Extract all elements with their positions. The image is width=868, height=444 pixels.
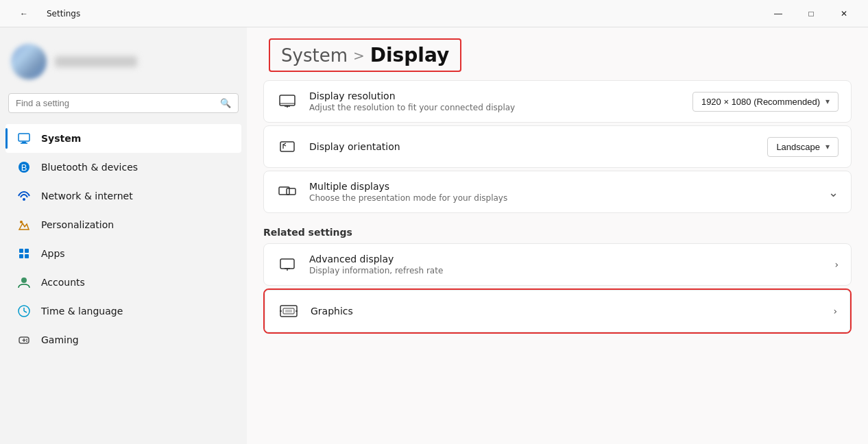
setting-row-graphics[interactable]: Graphics › [265, 290, 850, 332]
setting-info-multiple: Multiple displays Choose the presentatio… [309, 181, 817, 203]
advanced-display-icon [276, 254, 298, 275]
window-controls: — □ ✕ [762, 3, 860, 25]
close-button[interactable]: ✕ [828, 3, 860, 25]
setting-row-resolution[interactable]: Display resolution Adjust the resolution… [263, 80, 852, 123]
sidebar-item-apps[interactable]: Apps [5, 239, 241, 268]
svg-rect-32 [285, 310, 292, 312]
chevron-down-icon: ▾ [825, 142, 830, 151]
svg-rect-24 [280, 142, 294, 151]
chevron-down-icon: ▾ [825, 97, 830, 106]
setting-control-orientation[interactable]: Landscape ▾ [767, 137, 839, 157]
expand-icon: ⌄ [828, 185, 839, 199]
orientation-dropdown[interactable]: Landscape ▾ [767, 137, 839, 157]
svg-rect-27 [280, 259, 294, 269]
setting-info-resolution: Display resolution Adjust the resolution… [309, 90, 682, 112]
accounts-icon [16, 275, 32, 290]
chevron-right-icon: › [833, 306, 837, 317]
sidebar-item-network[interactable]: Network & internet [5, 182, 241, 210]
sidebar-label-accounts: Accounts [41, 277, 85, 288]
svg-rect-0 [19, 134, 29, 141]
sidebar-label-personalization: Personalization [41, 219, 114, 230]
svg-text:B: B [21, 162, 27, 173]
graphics-highlighted-box: Graphics › [263, 288, 852, 334]
svg-point-5 [23, 198, 25, 201]
setting-info-orientation: Display orientation [309, 141, 756, 152]
content-header: System > Display [247, 27, 868, 80]
setting-subtitle-resolution: Adjust the resolution to fit your connec… [309, 103, 682, 112]
breadcrumb: System > Display [269, 38, 461, 72]
search-box[interactable]: 🔍 [8, 93, 239, 113]
svg-rect-9 [19, 254, 23, 258]
sidebar-item-gaming[interactable]: Gaming [5, 325, 241, 354]
setting-row-advanced[interactable]: Advanced display Display information, re… [263, 243, 852, 286]
setting-title-resolution: Display resolution [309, 90, 682, 101]
setting-title-graphics: Graphics [311, 306, 822, 317]
sidebar-label-gaming: Gaming [41, 334, 79, 345]
svg-point-18 [26, 339, 27, 341]
app-title: Settings [47, 9, 80, 18]
resolution-value: 1920 × 1080 (Recommended) [701, 97, 820, 107]
sidebar-item-system[interactable]: System [5, 124, 241, 153]
svg-point-6 [20, 221, 23, 223]
svg-rect-7 [19, 249, 23, 253]
svg-point-19 [26, 341, 27, 342]
orientation-value: Landscape [776, 142, 820, 152]
setting-title-multiple: Multiple displays [309, 181, 817, 192]
sidebar-item-time[interactable]: Time & language [5, 297, 241, 325]
search-icon: 🔍 [220, 98, 231, 108]
sidebar-item-accounts[interactable]: Accounts [5, 268, 241, 297]
setting-control-resolution[interactable]: 1920 × 1080 (Recommended) ▾ [692, 92, 839, 112]
multiple-displays-icon [276, 181, 298, 203]
personalization-icon [16, 217, 32, 232]
setting-info-advanced: Advanced display Display information, re… [309, 254, 823, 275]
setting-title-orientation: Display orientation [309, 141, 756, 152]
sidebar: 🔍 System B Bluetooth & devices [0, 27, 247, 444]
chevron-right-icon: › [834, 259, 839, 270]
network-icon [16, 188, 32, 204]
content-area: System > Display Display resolution [247, 27, 868, 444]
setting-subtitle-advanced: Display information, refresh rate [309, 266, 823, 275]
resolution-icon [276, 90, 298, 112]
sidebar-label-apps: Apps [41, 248, 65, 259]
svg-rect-26 [287, 188, 296, 195]
setting-control-multiple[interactable]: ⌄ [828, 185, 839, 199]
svg-rect-8 [25, 249, 29, 253]
bluetooth-icon: B [16, 160, 32, 175]
setting-control-advanced: › [834, 259, 839, 270]
svg-line-14 [24, 311, 27, 312]
back-button[interactable]: ← [8, 3, 40, 25]
system-icon [16, 131, 32, 146]
settings-list: Display resolution Adjust the resolution… [247, 80, 868, 334]
apps-icon [16, 246, 32, 261]
sidebar-item-bluetooth[interactable]: B Bluetooth & devices [5, 153, 241, 182]
svg-point-11 [21, 278, 27, 283]
svg-rect-10 [25, 254, 29, 258]
resolution-dropdown[interactable]: 1920 × 1080 (Recommended) ▾ [692, 92, 839, 112]
sidebar-profile [0, 38, 247, 93]
setting-info-graphics: Graphics [311, 306, 822, 317]
graphics-icon [278, 300, 300, 322]
search-input[interactable] [16, 98, 215, 108]
sidebar-label-bluetooth: Bluetooth & devices [41, 162, 138, 173]
minimize-button[interactable]: — [762, 3, 794, 25]
avatar [11, 44, 47, 79]
orientation-icon [276, 136, 298, 158]
sidebar-label-network: Network & internet [41, 190, 133, 201]
setting-title-advanced: Advanced display [309, 254, 823, 264]
setting-row-multiple[interactable]: Multiple displays Choose the presentatio… [263, 171, 852, 213]
setting-row-orientation[interactable]: Display orientation Landscape ▾ [263, 125, 852, 168]
breadcrumb-system: System [281, 45, 348, 66]
breadcrumb-separator: > [353, 47, 365, 64]
sidebar-label-time: Time & language [41, 306, 123, 317]
svg-rect-20 [280, 95, 295, 106]
sidebar-item-personalization[interactable]: Personalization [5, 210, 241, 239]
app-body: 🔍 System B Bluetooth & devices [0, 27, 868, 444]
maximize-button[interactable]: □ [795, 3, 827, 25]
breadcrumb-page: Display [370, 44, 449, 66]
related-settings-label: Related settings [263, 216, 852, 243]
profile-name [55, 56, 137, 67]
titlebar: ← Settings — □ ✕ [0, 0, 868, 27]
time-icon [16, 304, 32, 319]
setting-control-graphics: › [833, 306, 837, 317]
setting-subtitle-multiple: Choose the presentation mode for your di… [309, 193, 817, 203]
